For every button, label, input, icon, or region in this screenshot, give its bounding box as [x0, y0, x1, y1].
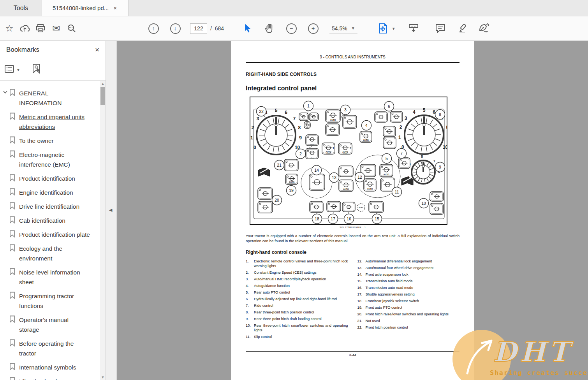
svg-text:5: 5: [275, 108, 278, 113]
bookmark-label: Electro-magnetic interference (EMC): [19, 150, 90, 169]
print-icon[interactable]: [33, 21, 48, 36]
bookmarks-tree: GENERAL INFORMATIONMetric and imperial u…: [0, 81, 100, 380]
bookmark-item[interactable]: Drive line identification: [0, 200, 100, 214]
legend-item: 3.Auto/manual HMC record/playback operat…: [246, 277, 348, 281]
page-total: 684: [215, 25, 224, 32]
svg-text:14: 14: [314, 168, 319, 172]
svg-text:0: 0: [254, 145, 256, 150]
svg-text:1: 1: [250, 135, 253, 141]
svg-text:AUTO: AUTO: [330, 119, 336, 121]
bookmark-label: Product identification plate: [19, 230, 90, 239]
legend-column-right: 12.Auto/manual differential lock engagem…: [357, 259, 460, 341]
bookmark-item[interactable]: Product identification plate: [0, 228, 100, 242]
svg-text:3: 3: [405, 116, 407, 121]
close-tab-icon[interactable]: ×: [113, 5, 118, 11]
legend-item: 20.Front hitch raise/lower switches and …: [357, 312, 460, 317]
svg-text:19: 19: [289, 188, 294, 193]
bookmark-label: Cab identification: [19, 216, 65, 225]
new-bookmark-icon[interactable]: [32, 63, 42, 76]
svg-text:5: 5: [423, 107, 426, 113]
bookmark-ribbon-icon: [9, 362, 15, 372]
bookmark-options-icon[interactable]: [5, 65, 14, 74]
zoom-level-select[interactable]: 54.5% ▼: [329, 24, 357, 33]
legend-item: 16.Transmission auto road mode: [357, 285, 460, 290]
legend-item: 10.Rear three-point hitch raise/lower sw…: [246, 323, 348, 332]
bookmark-label: Operator's manual storage: [19, 315, 90, 334]
header-rule: [246, 62, 459, 63]
svg-text:AUTO: AUTO: [359, 207, 364, 209]
bookmark-ribbon-icon: [9, 291, 15, 301]
tab-tools[interactable]: Tools: [0, 0, 42, 16]
legend-item: 4.Autoguidance function: [246, 283, 348, 288]
hand-tool-icon[interactable]: [262, 21, 277, 36]
svg-text:2: 2: [400, 125, 402, 130]
comment-icon[interactable]: [433, 21, 448, 36]
bookmark-item[interactable]: Metric and imperial units abbreviations: [0, 110, 100, 134]
dock-toolbar-icon[interactable]: [406, 21, 421, 36]
zoom-in-icon[interactable]: +: [305, 21, 321, 36]
svg-text:AUTO: AUTO: [363, 139, 369, 141]
bookmark-item[interactable]: Operator's manual storage: [0, 313, 100, 337]
bookmark-ribbon-icon: [9, 112, 15, 121]
tab-document[interactable]: 51544008-linked pd... ×: [42, 0, 129, 16]
search-icon[interactable]: [64, 21, 79, 36]
watermark: DHT Sharing creates success: [448, 327, 588, 380]
bookmark-item[interactable]: Noise level information sheet: [0, 266, 100, 289]
legend-item: 18.Front/rear joystick selector switch: [357, 299, 460, 303]
scrollbar-thumb[interactable]: [100, 87, 105, 105]
footer-rule: [246, 351, 459, 352]
email-icon[interactable]: ✉: [48, 21, 64, 36]
bookmark-item[interactable]: Vibration level: [0, 375, 100, 380]
collapse-panel-icon[interactable]: ◀: [109, 208, 112, 213]
bookmark-ribbon-icon: [9, 174, 15, 183]
zoom-out-icon[interactable]: −: [283, 21, 299, 36]
select-cursor-icon[interactable]: [240, 21, 255, 36]
bookmark-item[interactable]: Before operating the tractor: [0, 337, 100, 361]
bookmark-label: Vibration level: [19, 376, 57, 380]
bookmark-item[interactable]: Ecology and the environment: [0, 242, 100, 266]
bookmark-item[interactable]: Electro-magnetic interference (EMC): [0, 148, 100, 172]
bookmark-item[interactable]: International symbols: [0, 361, 100, 375]
legend-item: 5.Rear auto PTO control: [246, 290, 348, 295]
bookmark-item[interactable]: Engine identification: [0, 186, 100, 200]
bookmark-item[interactable]: Product identification: [0, 172, 100, 186]
bookmarks-scrollbar[interactable]: ▲ ▼: [100, 81, 106, 380]
signature-pen-icon[interactable]: [476, 21, 492, 36]
panel-collapse-strip[interactable]: ◀: [106, 41, 117, 380]
previous-page-icon[interactable]: ↑: [146, 21, 161, 36]
legend-item: 19.Front auto PTO control: [357, 305, 460, 310]
svg-text:7: 7: [400, 151, 403, 156]
svg-text:11: 11: [395, 190, 399, 194]
svg-text:n/min: n/min: [343, 152, 347, 154]
svg-text:AUTO: AUTO: [289, 181, 295, 183]
bookmark-item[interactable]: Programming tractor functions: [0, 289, 100, 313]
fit-page-icon[interactable]: [375, 21, 391, 36]
scroll-up-icon[interactable]: ▲: [100, 81, 106, 86]
bookmark-label: Noise level information sheet: [19, 267, 90, 287]
svg-text:n/min: n/min: [310, 157, 314, 159]
chevron-down-icon: ▼: [351, 26, 355, 30]
next-page-icon[interactable]: ↓: [167, 21, 183, 36]
bookmark-options-chevron-icon[interactable]: ▼: [16, 68, 20, 72]
expand-chevron-icon[interactable]: [1, 88, 9, 94]
bookmark-ribbon-icon: [9, 230, 15, 239]
svg-text:20: 20: [275, 198, 279, 202]
bookmark-ribbon-icon: [9, 315, 15, 324]
svg-text:8: 8: [446, 125, 447, 130]
legend-item: 9.Rear three-point hitch draft loading c…: [246, 317, 348, 321]
page-number-input[interactable]: 122: [190, 23, 207, 34]
favorite-star-icon[interactable]: ☆: [2, 21, 17, 36]
fit-page-chevron-icon[interactable]: ▼: [392, 26, 396, 31]
bookmark-item[interactable]: To the owner: [0, 134, 100, 148]
bookmark-label: Product identification: [19, 174, 75, 183]
scroll-down-icon[interactable]: ▼: [100, 375, 106, 380]
close-bookmarks-icon[interactable]: ×: [95, 46, 99, 54]
highlighter-icon[interactable]: [455, 21, 471, 36]
svg-text:13: 13: [332, 175, 336, 180]
bookmark-item[interactable]: GENERAL INFORMATION: [0, 86, 100, 110]
bookmark-ribbon-icon: [9, 88, 15, 98]
bookmark-item[interactable]: Cab identification: [0, 214, 100, 228]
watermark-text: DHT: [493, 336, 572, 368]
svg-text:4: 4: [365, 123, 368, 128]
cloud-upload-icon[interactable]: [17, 21, 33, 36]
